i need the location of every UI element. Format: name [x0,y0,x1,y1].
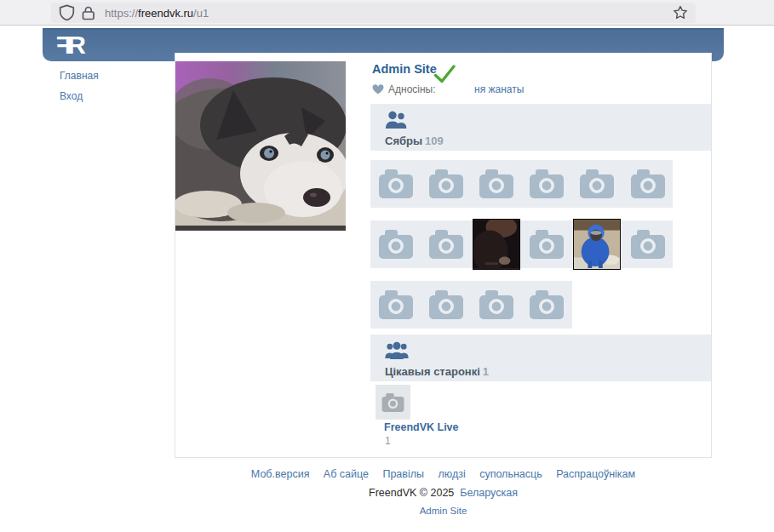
browser-toolbar: https://freendvk.ru/u1 [0,0,774,26]
site-logo[interactable]: FR [56,30,86,60]
friend-avatar-placeholder[interactable] [622,220,673,268]
friends-section-header[interactable]: Сябры109 [370,104,711,151]
relationship-value-link[interactable]: ня жанаты [474,83,524,95]
friend-avatar-placeholder[interactable] [471,281,521,329]
friend-avatar-placeholder[interactable] [572,160,622,208]
pages-title-line: Цікавыя старонкі1 [385,365,711,378]
camera-icon [631,230,665,259]
site-footer: Моб.версия Аб сайце Правілы людзі суполь… [175,466,712,518]
verified-check-icon [433,65,456,83]
camera-icon [429,230,463,259]
friend-avatar-placeholder[interactable] [370,220,421,268]
friends-title: Сябры [385,134,422,147]
camera-icon [530,230,564,259]
footer-admin-link[interactable]: Admin Site [420,506,467,516]
friend-avatar-placeholder[interactable] [522,220,572,268]
friend-avatar-placeholder[interactable] [421,281,471,329]
relationship-label: Адносіны: [388,83,436,95]
camera-icon [429,290,463,319]
friend-avatar-placeholder[interactable] [370,281,421,329]
friends-row [370,220,673,268]
page-subscriber-count: 1 [385,435,391,447]
footer-copyright-line: FreendVK © 2025Беларуская [175,487,712,499]
lock-icon[interactable] [81,5,95,20]
footer-link-about[interactable]: Аб сайце [324,468,369,480]
shield-icon[interactable] [59,4,75,21]
pages-count: 1 [483,365,489,378]
friends-title-line: Сябры109 [385,134,711,147]
friend-photo-dark [473,219,520,270]
friend-avatar-photo[interactable] [572,220,622,268]
footer-link-developers[interactable]: Распрацоўнікам [556,468,635,480]
friends-icon [385,111,408,129]
pages-section-header[interactable]: Цікавыя старонкі1 [370,335,711,381]
friends-row [370,281,572,329]
logo-letter-f: F [56,30,72,60]
bookmark-star-icon[interactable] [673,5,688,20]
camera-icon [379,169,413,198]
camera-icon [381,393,404,412]
friend-avatar-placeholder[interactable] [471,160,521,208]
language-link[interactable]: Беларуская [460,487,518,499]
friends-count: 109 [425,134,444,147]
camera-icon [429,169,463,198]
profile-photo[interactable] [175,61,346,231]
camera-icon [580,169,614,198]
pages-title: Цікавыя старонкі [385,365,480,378]
friend-avatar-placeholder[interactable] [522,160,572,208]
camera-icon [530,290,564,319]
friend-photo-dog [573,219,621,270]
friend-avatar-placeholder[interactable] [421,220,471,268]
husky-photo-illustration [175,61,346,231]
page-thumbnail-placeholder[interactable] [376,385,410,420]
footer-link-people[interactable]: людзі [438,468,465,480]
page-link-freendvk-live[interactable]: FreendVK Live [384,421,459,433]
friends-row [370,160,673,208]
sidebar-nav: Главная Вход [60,70,99,111]
friend-avatar-photo[interactable] [471,220,521,268]
footer-link-community[interactable]: супольнасць [479,468,542,480]
friends-grid [370,160,673,341]
camera-icon [479,290,513,319]
copyright-text: FreendVK © 2025 [369,487,454,499]
pages-icon [385,341,409,360]
profile-content-box: Admin Site Адносіны: ня жанаты Сябры109 [175,53,712,458]
friend-avatar-placeholder[interactable] [522,281,572,329]
camera-icon [379,230,413,259]
url-text: https://freendvk.ru/u1 [105,7,667,20]
camera-icon [631,169,665,198]
camera-icon [479,169,513,198]
footer-links: Моб.версия Аб сайце Правілы людзі суполь… [175,466,712,481]
footer-link-rules[interactable]: Правілы [382,468,424,480]
camera-icon [530,169,564,198]
sidebar-item-login[interactable]: Вход [60,90,99,102]
sidebar-item-home[interactable]: Главная [60,70,99,82]
friend-avatar-placeholder[interactable] [370,160,421,208]
heart-icon [372,84,384,94]
camera-icon [379,290,413,319]
url-bar[interactable]: https://freendvk.ru/u1 [51,3,696,23]
profile-name: Admin Site [372,62,437,76]
friend-avatar-placeholder[interactable] [421,160,471,208]
friend-avatar-placeholder[interactable] [622,160,673,208]
footer-link-mobile[interactable]: Моб.версия [251,468,310,480]
